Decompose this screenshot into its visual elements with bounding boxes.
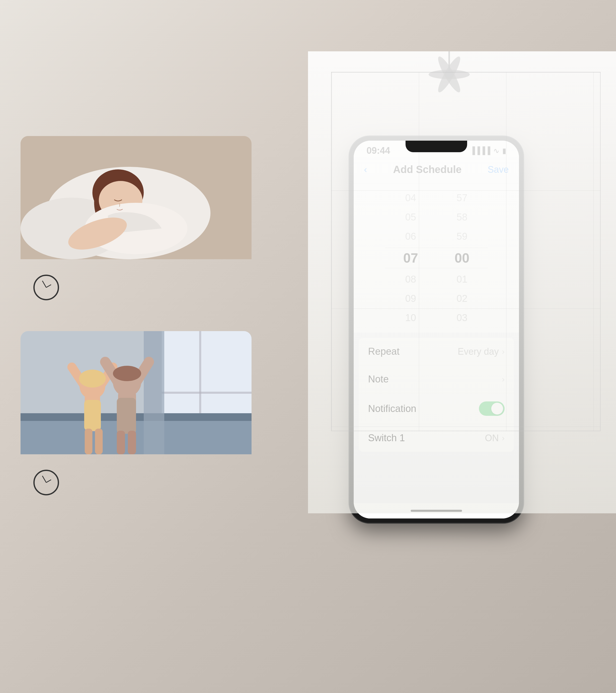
svg-rect-33 — [117, 431, 125, 454]
svg-rect-34 — [128, 431, 136, 454]
svg-rect-32 — [117, 398, 136, 434]
sleep-clock-icon — [33, 275, 59, 300]
page-content: Timer Schedule Set a schedule in the app… — [0, 0, 616, 693]
svg-point-31 — [113, 366, 141, 381]
svg-point-23 — [79, 370, 106, 388]
morning-card-image — [21, 331, 252, 454]
svg-rect-25 — [85, 429, 93, 454]
phone-notch — [405, 141, 467, 152]
svg-rect-18 — [144, 331, 164, 454]
ceiling-fan-decoration — [411, 51, 488, 104]
sleep-card-image — [21, 136, 252, 259]
morning-clock-icon — [33, 470, 59, 495]
svg-rect-24 — [84, 400, 101, 431]
svg-rect-26 — [95, 429, 103, 454]
window-grid — [331, 72, 601, 431]
